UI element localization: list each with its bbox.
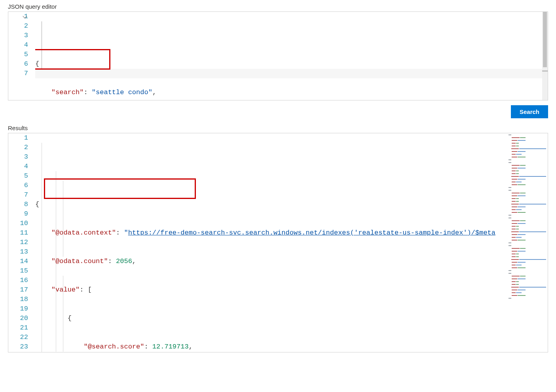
results-viewer[interactable]: 1 2 3 4 5 6 7 8 9 10 11 12 13 14 15 16 1… xyxy=(8,133,548,352)
fold-icon[interactable] xyxy=(23,14,28,19)
results-gutter: 1 2 3 4 5 6 7 8 9 10 11 12 13 14 15 16 1… xyxy=(8,133,35,352)
results-code[interactable]: { "@odata.context": "https://free-demo-s… xyxy=(35,133,504,352)
highlight-first-result xyxy=(44,178,196,199)
query-scrollbar[interactable] xyxy=(542,12,548,100)
query-editor-label: JSON query editor xyxy=(0,0,556,11)
query-code[interactable]: { "search": "seattle condo", "count": tr… xyxy=(35,12,548,100)
json-query-editor[interactable]: 1 2 3 4 5 6 7 { "search": "seattle condo… xyxy=(8,11,548,100)
search-button[interactable]: Search xyxy=(511,105,548,118)
results-minimap[interactable] xyxy=(504,133,548,352)
query-gutter: 1 2 3 4 5 6 7 xyxy=(8,12,35,100)
results-label: Results xyxy=(0,121,556,133)
